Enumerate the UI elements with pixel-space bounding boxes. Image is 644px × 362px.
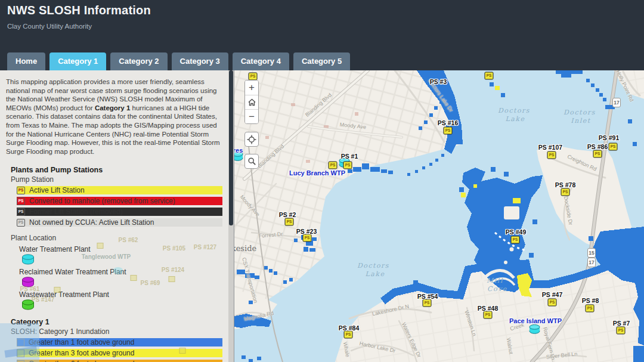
- ps-icon-text: PS: [485, 313, 491, 317]
- locate-button[interactable]: [244, 132, 259, 147]
- place-label: keside: [234, 244, 256, 253]
- legend-heading-category1: Category 1: [11, 318, 222, 326]
- plant-legend-label: Water Treatment Plant: [19, 245, 222, 253]
- pump-station-marker[interactable]: PS: [343, 162, 352, 169]
- legend-row: Greater than 1 foot above ground: [17, 338, 222, 346]
- inundation-color-swatch: [17, 349, 24, 357]
- legend-row: Greater than 6 foot above ground: [17, 360, 222, 362]
- cylinder-icon: [529, 324, 541, 335]
- pump-station-label: PS #78: [555, 181, 575, 188]
- locate-icon: [247, 135, 256, 144]
- road-label: Blanding Blvd: [304, 92, 333, 118]
- pump-station-label: PS #91: [599, 134, 619, 141]
- treatment-plant-label: Lucy Branch WTP: [289, 169, 345, 177]
- road-label: Magnolia Rd: [243, 310, 274, 322]
- pump-station-label: PS #3: [430, 78, 447, 85]
- legend-row-label: Greater than 3 foot above ground: [29, 349, 134, 357]
- highway-shield: 15: [587, 248, 596, 258]
- pump-station-marker[interactable]: PS: [511, 236, 520, 244]
- map-viewport[interactable]: DoctorsLakeDoctorsInletDoctorsLakeMillCo…: [234, 70, 644, 362]
- cylinder-icon: [21, 277, 36, 287]
- pump-station-label: PS #16: [438, 119, 458, 126]
- highway-shield: 17: [612, 98, 621, 107]
- tab[interactable]: Category 2: [110, 52, 167, 70]
- description-category-bold: Category 1: [95, 104, 130, 112]
- pump-station-marker[interactable]: PS: [547, 151, 556, 159]
- road-label: Moody Ave: [239, 194, 261, 218]
- pump-station-marker[interactable]: PS: [285, 218, 294, 226]
- pump-station-label: PS #84: [339, 324, 359, 332]
- pump-station-marker[interactable]: PS: [329, 162, 338, 169]
- legend-row-label: Converted to manhole (removed from servi…: [29, 197, 175, 205]
- tab[interactable]: Category 1: [49, 52, 106, 70]
- sidebar-scrollbar[interactable]: [228, 70, 234, 362]
- tab[interactable]: Category 5: [293, 52, 350, 70]
- pump-station-marker[interactable]: PS: [484, 311, 493, 319]
- pump-station-marker[interactable]: PS: [485, 72, 494, 80]
- road-label: Winston Ln: [463, 310, 477, 337]
- description-text-after: hurricanes at a HIGH tide scenario. This…: [6, 104, 220, 155]
- pump-station-marker[interactable]: PS: [423, 299, 432, 307]
- water-body-label: Doctors: [498, 107, 530, 115]
- search-button[interactable]: [244, 154, 259, 169]
- pump-station-label: PS #7: [613, 320, 630, 327]
- inundation-color-swatch: [17, 339, 24, 346]
- pump-station-label: PS #86: [587, 143, 608, 150]
- plant-legend-list: Water Treatment Plant Reclaimed Water Tr…: [6, 245, 222, 310]
- ps-icon-text: PS: [487, 74, 492, 78]
- water-body-label: Lake: [365, 270, 385, 278]
- legend-sidebar: PS #62PS #105PS #127Tanglewood WTPPS #12…: [0, 70, 228, 362]
- water-body-label: Mill: [487, 277, 503, 284]
- legend-heading-plants: Plants and Pump Stations: [11, 166, 222, 174]
- tab[interactable]: Home: [7, 52, 45, 70]
- ps-icon-text: PS: [330, 163, 336, 168]
- pump-station-marker[interactable]: PS: [586, 305, 595, 313]
- pump-station-marker[interactable]: PS: [593, 150, 602, 158]
- water-body-label: Cove: [487, 285, 507, 293]
- tab[interactable]: Category 4: [233, 52, 289, 70]
- pump-station-label: PS #2: [279, 211, 296, 218]
- legend-subheading-inundation: SLOSH: Category 1 Inundation: [11, 327, 222, 336]
- cylinder-icon: [21, 299, 36, 310]
- road-label: Blanding Blvd: [256, 143, 285, 169]
- road-label: Lakeshore Dr N: [371, 304, 410, 317]
- treatment-plant-label: res: [234, 147, 243, 154]
- pump-station-marker[interactable]: PS: [444, 127, 453, 135]
- road-label: Walnut: [506, 337, 515, 354]
- zoom-out-button[interactable]: −: [245, 109, 258, 123]
- plant-legend-label: Wastewater Treatment Plant: [19, 290, 222, 299]
- plant-legend-label: Reclaimed Water Treatment Plant: [19, 268, 222, 276]
- pump-station-legend-icon: PS: [17, 219, 25, 227]
- pump-station-label: PS #54: [417, 293, 438, 300]
- ps-icon-text: PS: [595, 152, 600, 156]
- legend-subheading-pump-station: Pump Station: [11, 175, 222, 184]
- legend-row: PS Active Lift Station: [17, 186, 222, 194]
- pump-station-marker[interactable]: PS: [249, 73, 258, 81]
- home-button[interactable]: [245, 95, 258, 109]
- ps-icon-text: PS: [549, 153, 555, 157]
- pump-station-legend-icon: PS: [17, 208, 25, 216]
- ps-icon-text: PS: [513, 238, 518, 242]
- scrollbar-thumb[interactable]: [229, 70, 233, 225]
- ps-icon-text: PS: [563, 190, 568, 194]
- water-treatment-plant-marker[interactable]: [529, 324, 541, 337]
- pump-station-label: PS #8: [582, 297, 599, 304]
- ps-icon-text: PS: [445, 129, 451, 133]
- zoom-in-button[interactable]: +: [245, 81, 258, 95]
- ps-icon-text: PS: [18, 188, 24, 193]
- search-icon: [247, 157, 256, 166]
- content-row: PS #62PS #105PS #127Tanglewood WTPPS #12…: [0, 70, 644, 362]
- road-label: CSX Transportation: [241, 257, 259, 304]
- page-subtitle: Clay County Utility Authority: [7, 23, 92, 30]
- pump-station-marker[interactable]: PS: [561, 188, 570, 196]
- pump-station-marker[interactable]: PS: [548, 299, 557, 307]
- tab[interactable]: Category 3: [172, 52, 228, 70]
- pump-station-marker[interactable]: PS: [617, 327, 626, 335]
- pump-station-marker[interactable]: PS: [609, 143, 618, 151]
- pump-legend-list: PS Active Lift Station PS Converted to m…: [6, 186, 222, 227]
- pump-station-marker[interactable]: PS: [303, 234, 312, 242]
- legend-row-label: Former Lift Station (removed): [29, 208, 123, 216]
- pump-station-label: PS #23: [296, 228, 317, 235]
- pump-station-label: PS #48: [478, 305, 498, 312]
- pump-station-marker[interactable]: PS: [344, 331, 353, 339]
